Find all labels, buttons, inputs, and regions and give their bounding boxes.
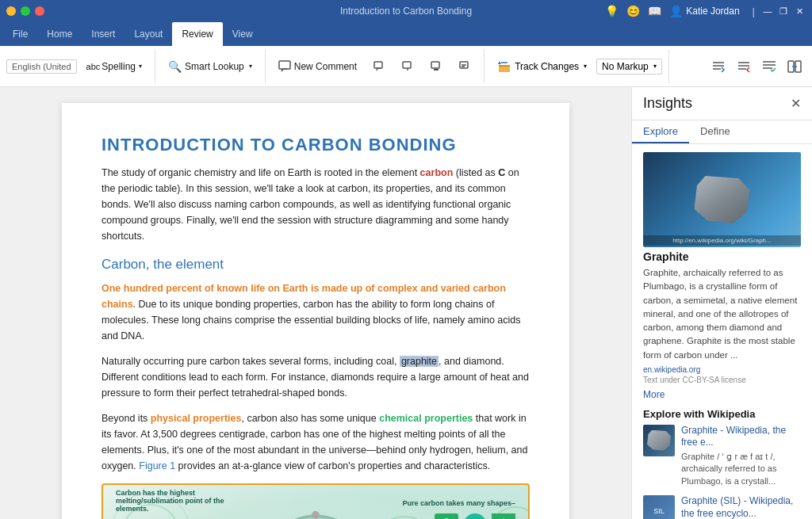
connection-lines [244,499,387,519]
sidebar-body: http://en.wikipedia.org/wiki/Graph... Gr… [632,144,812,519]
graphite-desc: Graphite, archaically referred to as Plu… [643,266,801,362]
document-intro: The study of organic chemistry and life … [102,165,530,244]
insights-sidebar: Insights ✕ Explore Define http://en.wiki… [631,87,812,519]
lightbulb-icon[interactable]: 💡 [605,5,619,17]
accept-icon-btn[interactable] [707,55,730,78]
accept-all-icon [761,59,777,74]
tab-review[interactable]: Review [172,22,222,46]
restore-button[interactable]: ❐ [777,5,790,17]
more-link-1[interactable]: More [643,389,801,400]
sidebar-close-button[interactable]: ✕ [791,96,801,111]
main-area: INTRODUCTION TO CARBON BONDING The study… [0,87,812,519]
markup-select[interactable]: No Markup ▾ [596,59,662,74]
title-bar: Introduction to Carbon Bonding 💡 😊 📖 👤 K… [0,0,812,22]
smart-lookup-dropdown-arrow: ▾ [249,63,252,70]
wiki-image-caption: http://en.wikipedia.org/wiki/Graph... [643,235,801,246]
para3: Beyond its physical properties, carbon a… [102,410,530,474]
tab-insert[interactable]: Insert [82,22,124,46]
comment-icon-btn3[interactable] [423,57,449,76]
comment-icon [278,60,291,73]
svg-rect-5 [499,66,510,72]
tab-file[interactable]: File [3,22,37,46]
language-button[interactable]: English (United [6,59,77,74]
wiki-result-title-1: Graphite - Wikipedia, the free e... [681,425,801,449]
coal-icons [396,513,515,520]
markup-dropdown: ▾ [653,63,657,70]
svg-rect-0 [279,61,290,69]
wiki-result-text-2: Graphite (SIL) - Wikipedia, the free enc… [681,495,801,519]
lookup-group: 🔍 Smart Lookup ▾ [162,49,266,83]
svg-rect-3 [431,62,439,68]
sidebar-tabs: Explore Define [632,120,812,144]
svg-rect-2 [403,62,411,68]
graphite-rock [695,176,750,223]
svg-rect-1 [374,62,382,68]
pure-carbon-label: Pure carbon takes many shapes– [396,499,515,507]
accept-all-icon-btn[interactable] [758,55,780,78]
section1-title: Carbon, the element [102,257,530,273]
tab-home[interactable]: Home [37,22,82,46]
person-icon[interactable]: 👤 [669,5,683,17]
carbon-center-area: Carbon at a glance [244,499,387,519]
track-changes-label: Track Changes [515,61,579,72]
comment-icon-btn1[interactable] [366,57,392,76]
new-comment-button[interactable]: New Comment [272,57,363,76]
para1: One hundred percent of known life on Ear… [102,280,530,344]
prev-comment-icon [401,60,414,73]
ribbon-tabs: File Home Insert Layout Review View [0,22,812,46]
smart-lookup-button[interactable]: 🔍 Smart Lookup ▾ [162,57,259,76]
ribbon-content: English (United abc Spelling ▾ 🔍 Smart L… [0,46,812,87]
document-title-heading: INTRODUCTION TO CARBON BONDING [102,135,530,155]
spelling-button[interactable]: abc Spelling ▾ [80,58,148,75]
comments-group: New Comment [272,49,485,83]
minimize-button[interactable]: — [761,5,774,17]
explore-wiki-header: Explore with Wikipedia [643,408,801,420]
track-changes-icon [497,59,511,74]
tab-view[interactable]: View [223,22,262,46]
wiki-result-desc-1: Graphite / ˈ ɡ r æ f aɪ t /, archaically… [681,451,801,487]
reject-icon-btn[interactable] [733,55,755,78]
book-icon[interactable]: 📖 [648,5,661,17]
wiki-result-title-2: Graphite (SIL) - Wikipedia, the free enc… [681,495,801,519]
smiley-icon[interactable]: 😊 [626,5,640,17]
wiki-result-1[interactable]: Graphite - Wikipedia, the free e... Grap… [643,425,801,487]
document-title: Introduction to Carbon Bonding [340,6,472,17]
graphite-source: en.wikipedia.org [643,365,801,374]
accept-icon [710,59,726,74]
tab-explore[interactable]: Explore [632,120,689,143]
document: INTRODUCTION TO CARBON BONDING The study… [62,103,569,519]
graphite-license: Text under CC-BY-SA license [643,376,801,384]
search-icon: 🔍 [168,60,182,73]
tab-layout[interactable]: Layout [124,22,172,46]
highest-temp-label: Carbon has the highest melting/sublimati… [116,489,235,513]
tab-define[interactable]: Define [689,120,741,143]
document-area: INTRODUCTION TO CARBON BONDING The study… [0,87,631,519]
proofing-group: English (United abc Spelling ▾ [6,49,155,83]
carbon-highlight: carbon [420,167,454,178]
graphite-highlight: graphite [400,356,439,367]
compare-icon-btn[interactable] [783,55,806,78]
track-changes-button[interactable]: Track Changes ▾ [491,56,593,77]
new-comment-label: New Comment [294,61,357,72]
balloon-icon [373,60,385,73]
infographic-content: Carbon has the highest melting/sublimati… [116,498,515,519]
resolve-icon [458,60,471,73]
user-name: Katie Jordan [686,6,739,17]
sidebar-title: Insights [643,95,692,112]
wiki-result-text-1: Graphite - Wikipedia, the free e... Grap… [681,425,801,487]
comment-icon-btn2[interactable] [395,57,420,76]
tracking-group: Track Changes ▾ No Markup ▾ [491,49,669,83]
next-comment-icon [430,60,442,73]
resolve-icon-btn[interactable] [452,57,477,76]
para2: Naturally occurring pure carbon takes se… [102,353,530,401]
sidebar-header: Insights ✕ [632,87,812,120]
infographic-right: Pure carbon takes many shapes– [396,499,515,520]
wiki-thumb-rock-1 [647,430,671,451]
wiki-result-2[interactable]: SIL Graphite (SIL) - Wikipedia, the free… [643,495,801,519]
smart-lookup-label: Smart Lookup [185,61,244,72]
infographic-center: Carbon at a glance [244,499,387,519]
track-changes-dropdown: ▾ [584,63,587,70]
infographic: Carbon has the highest melting/sublimati… [102,483,530,519]
close-button[interactable]: ✕ [793,5,806,17]
markup-label: No Markup [602,61,649,72]
